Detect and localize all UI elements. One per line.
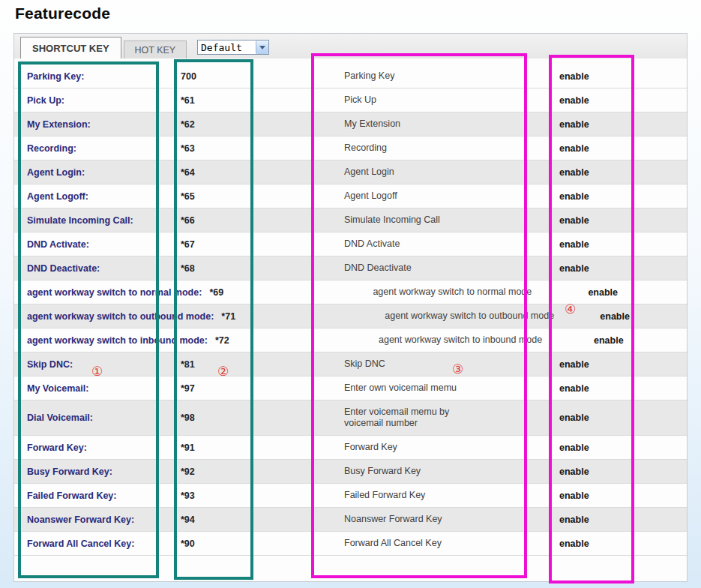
feature-label: agent workway switch to outbound mode:	[27, 311, 221, 322]
feature-label: Agent Logoff:	[27, 191, 181, 202]
table-row: Skip DNC: *81 Skip DNC enable	[14, 352, 687, 376]
feature-description: Pick Up	[344, 94, 559, 106]
table-row: agent workway switch to inbound mode: *7…	[14, 328, 687, 352]
table-row: agent workway switch to outbound mode: *…	[14, 304, 687, 328]
feature-status: enable	[559, 263, 589, 274]
feature-code: *94	[181, 514, 344, 525]
feature-label: Agent Login:	[27, 167, 181, 178]
feature-code: *92	[181, 466, 344, 477]
feature-description: Forward Key	[344, 442, 559, 453]
feature-label: Forward Key:	[27, 442, 181, 453]
feature-code: *61	[181, 95, 344, 106]
feature-code: *98	[181, 412, 344, 423]
feature-label: Pick Up:	[27, 95, 181, 106]
feature-description: Busy Forward Key	[344, 466, 559, 477]
feature-label: Busy Forward Key:	[27, 466, 181, 477]
table-row: Agent Login: *64 Agent Login enable	[14, 160, 687, 184]
feature-label: agent workway switch to normal mode:	[27, 287, 209, 298]
feature-code: *93	[181, 490, 344, 501]
feature-code: *81	[181, 359, 344, 370]
feature-status: enable	[594, 335, 624, 346]
feature-status: enable	[559, 215, 589, 226]
feature-description: agent workway switch to inbound mode	[379, 334, 594, 346]
feature-description: Enter own voicemail memu	[344, 382, 559, 394]
feature-code: *63	[181, 143, 344, 154]
feature-code: *90	[181, 538, 344, 549]
feature-label: Skip DNC:	[27, 359, 181, 370]
table-row: Forward Key: *91 Forward Key enable	[14, 436, 687, 460]
feature-label: My Extension:	[27, 119, 181, 130]
preset-select[interactable]: Default	[197, 40, 269, 55]
feature-label: DND Deactivate:	[27, 263, 181, 274]
table-row: Busy Forward Key: *92 Busy Forward Key e…	[14, 460, 687, 484]
table-row: Parking Key: 700 Parking Key enable	[14, 64, 687, 88]
featurecode-table: Parking Key: 700 Parking Key enable Pick…	[14, 58, 687, 556]
feature-label: Dial Voicemail:	[27, 412, 181, 423]
table-row: My Voicemail: *97 Enter own voicemail me…	[14, 376, 687, 400]
feature-status: enable	[559, 514, 589, 525]
featurecode-panel: SHORTCUT KEY HOT KEY Default Parking Key…	[13, 33, 688, 582]
feature-status: enable	[600, 311, 630, 322]
feature-description: DND Deactivate	[344, 262, 559, 274]
table-row: Pick Up: *61 Pick Up enable	[14, 88, 687, 112]
table-row: My Extension: *62 My Extension enable	[14, 112, 687, 136]
tab-hot-key[interactable]: HOT KEY	[124, 40, 187, 58]
feature-code: *91	[181, 442, 344, 453]
feature-status: enable	[559, 239, 589, 250]
feature-status: enable	[559, 412, 589, 423]
table-row: Forward All Cancel Key: *90 Forward All …	[14, 532, 687, 556]
feature-description: Enter voicemail memu byvoicemail number	[344, 406, 559, 429]
feature-status: enable	[559, 143, 589, 154]
table-row: Noanswer Forward Key: *94 Noanswer Forwa…	[14, 508, 687, 532]
feature-description: Parking Key	[344, 70, 559, 82]
feature-code: *68	[181, 263, 344, 274]
feature-code: *72	[215, 335, 379, 346]
tab-bar: SHORTCUT KEY HOT KEY Default	[14, 34, 687, 58]
table-row: Dial Voicemail: *98 Enter voicemail memu…	[14, 400, 687, 436]
table-row: DND Deactivate: *68 DND Deactivate enabl…	[14, 256, 687, 280]
feature-status: enable	[559, 383, 589, 394]
feature-status: enable	[559, 95, 589, 106]
feature-description: agent workway switch to outbound mode	[385, 310, 600, 322]
tab-shortcut-key[interactable]: SHORTCUT KEY	[20, 37, 121, 58]
feature-label: Simulate Incoming Call:	[27, 215, 181, 226]
table-row: Recording: *63 Recording enable	[14, 136, 687, 160]
feature-code: *66	[181, 215, 344, 226]
feature-label: Parking Key:	[27, 71, 181, 82]
feature-code: 700	[181, 71, 344, 82]
feature-status: enable	[559, 538, 589, 549]
feature-code: *69	[209, 287, 373, 298]
feature-description: Failed Forward Key	[344, 490, 559, 501]
feature-code: *64	[181, 167, 344, 178]
feature-description: Agent Login	[344, 166, 559, 178]
feature-description: Agent Logoff	[344, 190, 559, 202]
feature-label: My Voicemail:	[27, 383, 181, 394]
page-title: Featurecode	[15, 4, 110, 22]
table-row: Agent Logoff: *65 Agent Logoff enable	[14, 184, 687, 208]
feature-label: agent workway switch to inbound mode:	[27, 335, 215, 346]
feature-description: My Extension	[344, 118, 559, 130]
feature-description: DND Activate	[344, 238, 559, 250]
table-row: agent workway switch to normal mode: *69…	[14, 280, 687, 304]
feature-code: *65	[181, 191, 344, 202]
feature-code: *97	[181, 383, 344, 394]
feature-description: Forward All Cancel Key	[344, 538, 559, 549]
feature-status: enable	[559, 490, 589, 501]
feature-description: Recording	[344, 142, 559, 154]
feature-label: Noanswer Forward Key:	[27, 514, 181, 525]
chevron-down-icon[interactable]	[256, 40, 268, 54]
feature-description: Noanswer Forward Key	[344, 514, 559, 525]
feature-status: enable	[559, 167, 589, 178]
feature-label: Failed Forward Key:	[27, 490, 181, 501]
feature-code: *62	[181, 119, 344, 130]
feature-code: *71	[221, 311, 385, 322]
feature-label: Forward All Cancel Key:	[27, 538, 181, 549]
feature-status: enable	[559, 466, 589, 477]
feature-label: Recording:	[27, 143, 181, 154]
feature-label: DND Activate:	[27, 239, 181, 250]
feature-status: enable	[588, 287, 618, 298]
feature-description: Skip DNC	[344, 358, 559, 370]
table-row: Failed Forward Key: *93 Failed Forward K…	[14, 484, 687, 508]
feature-code: *67	[181, 239, 344, 250]
feature-status: enable	[559, 119, 589, 130]
